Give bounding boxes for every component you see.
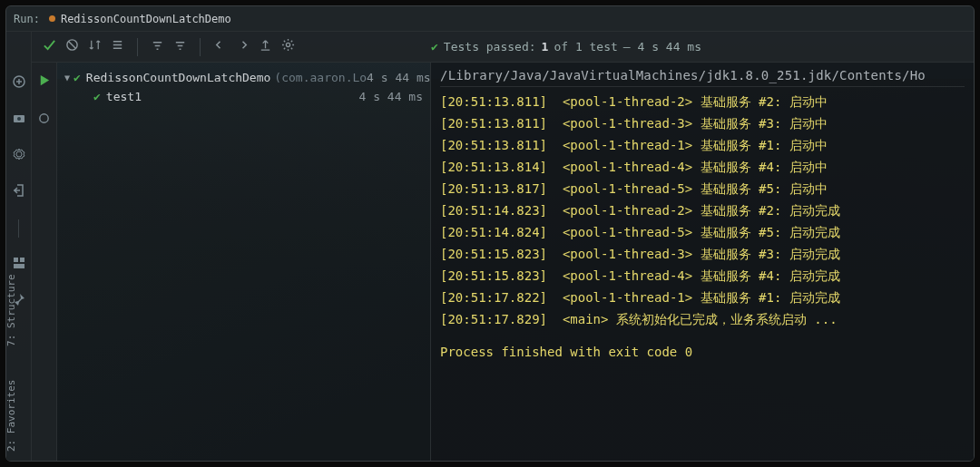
- check-icon: ✔: [74, 71, 81, 84]
- collapse-icon[interactable]: [151, 38, 164, 55]
- log-line: [20:51:14.824] <pool-1-thread-5> 基础服务 #5…: [440, 221, 965, 243]
- chevron-down-icon[interactable]: ▼: [64, 73, 70, 83]
- exit-icon[interactable]: [12, 183, 26, 201]
- log-thread: <pool-1-thread-5>: [563, 225, 692, 239]
- log-lines: [20:51:13.811] <pool-1-thread-2> 基础服务 #2…: [440, 91, 965, 330]
- rail-divider: [18, 219, 19, 238]
- body-split: ▼ ✔ RedissonCountDownLatchDemo (com.aaro…: [32, 63, 974, 461]
- sort-icon[interactable]: [88, 38, 102, 55]
- test-class-time: 4 s 44 ms: [367, 71, 430, 84]
- svg-point-1: [17, 117, 21, 121]
- test-method-name: test1: [106, 90, 142, 103]
- log-timestamp: [20:51:17.822]: [440, 290, 547, 305]
- content: 2: Favorites 7: Structure: [6, 32, 974, 461]
- prev-icon[interactable]: [213, 38, 227, 55]
- log-line: [20:51:17.822] <pool-1-thread-1> 基础服务 #1…: [440, 287, 965, 308]
- log-line: [20:51:15.823] <pool-1-thread-4> 基础服务 #4…: [440, 265, 965, 287]
- check-icon: ✔: [431, 40, 438, 54]
- pin-icon[interactable]: [12, 292, 26, 310]
- log-thread: <pool-1-thread-3>: [563, 116, 692, 131]
- log-message: 基础服务 #3: 启动中: [701, 116, 828, 131]
- log-message: 基础服务 #2: 启动完成: [701, 203, 840, 218]
- gear-icon[interactable]: [281, 38, 295, 55]
- config-dot-icon: [49, 15, 55, 22]
- log-timestamp: [20:51:17.829]: [440, 312, 547, 326]
- log-thread: <pool-1-thread-1>: [563, 138, 692, 152]
- run-config-name[interactable]: RedissonCountDownLatchDemo: [61, 13, 231, 25]
- test-method-time: 4 s 44 ms: [359, 90, 423, 103]
- log-timestamp: [20:51:13.811]: [440, 138, 547, 152]
- expand-icon[interactable]: [111, 38, 124, 55]
- log-line: [20:51:13.811] <pool-1-thread-2> 基础服务 #2…: [440, 91, 965, 112]
- svg-point-6: [286, 43, 289, 46]
- svg-rect-3: [20, 258, 24, 262]
- log-timestamp: [20:51:13.811]: [440, 116, 547, 131]
- svg-rect-4: [14, 264, 24, 268]
- log-line: [20:51:13.814] <pool-1-thread-4> 基础服务 #4…: [440, 156, 965, 178]
- tests-passed-count: 1: [542, 40, 549, 54]
- tree-child-row[interactable]: ✔ test1 4 s 44 ms: [57, 87, 430, 106]
- expand-all-icon[interactable]: [173, 38, 187, 55]
- run-left-rail: [6, 32, 32, 461]
- layout-icon[interactable]: [12, 256, 26, 274]
- log-timestamp: [20:51:15.823]: [440, 268, 547, 283]
- test-class-meta: (com.aaron.Lo: [274, 71, 367, 84]
- tests-total: of 1 test: [554, 40, 617, 54]
- log-message: 基础服务 #5: 启动完成: [701, 225, 840, 239]
- log-line: [20:51:13.811] <pool-1-thread-3> 基础服务 #3…: [440, 112, 965, 134]
- tree-root-row[interactable]: ▼ ✔ RedissonCountDownLatchDemo (com.aaro…: [57, 68, 430, 87]
- run-topbar: Run: RedissonCountDownLatchDemo: [6, 6, 974, 32]
- log-message: 基础服务 #3: 启动完成: [701, 247, 840, 261]
- log-timestamp: [20:51:15.823]: [440, 247, 547, 261]
- log-message: 基础服务 #1: 启动中: [701, 138, 828, 152]
- log-line: [20:51:15.823] <pool-1-thread-3> 基础服务 #3…: [440, 243, 965, 265]
- test-tree: ▼ ✔ RedissonCountDownLatchDemo (com.aaro…: [32, 63, 431, 461]
- log-timestamp: [20:51:13.814]: [440, 160, 547, 174]
- main-area: ✔ Tests passed: 1 of 1 test – 4 s 44 ms …: [32, 32, 974, 461]
- toolbar-divider-1: [137, 38, 138, 56]
- svg-rect-2: [14, 258, 18, 262]
- log-thread: <pool-1-thread-3>: [563, 247, 692, 261]
- log-message: 基础服务 #5: 启动中: [701, 181, 828, 196]
- tests-time: – 4 s 44 ms: [623, 40, 701, 54]
- camera-icon[interactable]: [12, 111, 26, 129]
- console-output[interactable]: /Library/Java/JavaVirtualMachines/jdk1.8…: [431, 63, 974, 461]
- log-line: [20:51:13.811] <pool-1-thread-1> 基础服务 #1…: [440, 134, 965, 156]
- test-class-name: RedissonCountDownLatchDemo: [86, 71, 271, 84]
- tests-passed-label: Tests passed:: [444, 40, 536, 54]
- svg-point-7: [40, 114, 48, 122]
- toggle-skip-button[interactable]: [12, 74, 26, 92]
- log-message: 基础服务 #4: 启动中: [701, 160, 828, 174]
- run-label: Run:: [14, 13, 40, 25]
- log-timestamp: [20:51:13.811]: [440, 94, 547, 109]
- next-icon[interactable]: [236, 38, 250, 55]
- log-timestamp: [20:51:14.823]: [440, 203, 547, 218]
- run-tool-window: Run: RedissonCountDownLatchDemo 2: Favor…: [5, 5, 975, 462]
- log-timestamp: [20:51:14.824]: [440, 225, 547, 239]
- show-passed-icon[interactable]: [43, 38, 56, 55]
- log-message: 基础服务 #2: 启动中: [701, 94, 828, 109]
- check-icon: ✔: [93, 90, 101, 103]
- log-message: 基础服务 #4: 启动完成: [701, 268, 840, 283]
- log-message: 系统初始化已完成，业务系统启动 ...: [616, 312, 838, 326]
- exit-line: Process finished with exit code 0: [440, 345, 965, 359]
- stop-icon[interactable]: [37, 112, 51, 128]
- log-timestamp: [20:51:13.817]: [440, 181, 547, 196]
- log-thread: <main>: [563, 312, 609, 326]
- log-thread: <pool-1-thread-5>: [563, 181, 692, 196]
- log-line: [20:51:14.823] <pool-1-thread-2> 基础服务 #2…: [440, 199, 965, 221]
- log-thread: <pool-1-thread-2>: [563, 94, 692, 109]
- tree-content: ▼ ✔ RedissonCountDownLatchDemo (com.aaro…: [57, 63, 430, 112]
- toolbar-divider-2: [200, 38, 201, 56]
- test-toolbar: ✔ Tests passed: 1 of 1 test – 4 s 44 ms: [32, 32, 974, 63]
- jdk-path: /Library/Java/JavaVirtualMachines/jdk1.8…: [440, 68, 965, 87]
- tree-rail: [32, 63, 57, 461]
- show-ignored-icon[interactable]: [65, 38, 79, 55]
- settings-icon[interactable]: [12, 147, 26, 165]
- log-thread: <pool-1-thread-4>: [563, 160, 692, 174]
- log-thread: <pool-1-thread-4>: [563, 268, 692, 283]
- toolbar-left: [37, 38, 300, 56]
- rerun-failed-icon[interactable]: [37, 73, 51, 90]
- export-icon[interactable]: [259, 38, 272, 55]
- log-thread: <pool-1-thread-1>: [563, 290, 692, 305]
